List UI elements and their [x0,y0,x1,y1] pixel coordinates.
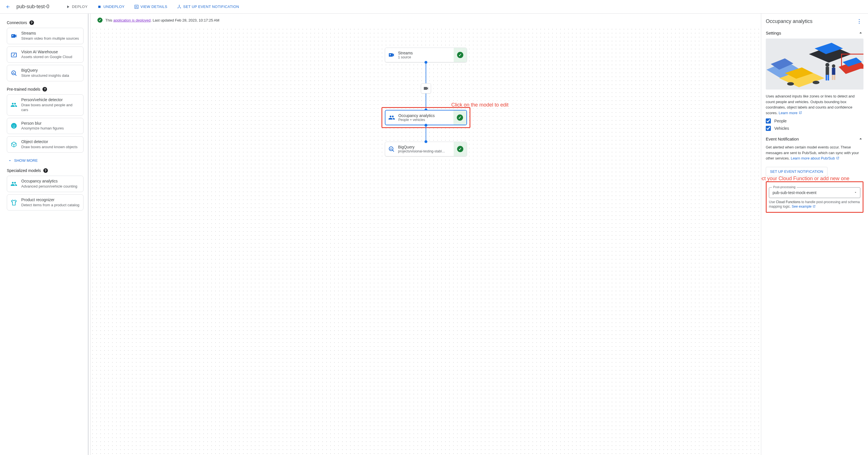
node-streams[interactable]: Streams 1 source ✓ [385,48,467,62]
svg-point-2 [179,5,180,6]
camera-icon [10,33,17,39]
external-link-icon [812,205,816,208]
connectors-heading: Connectors ? [7,21,84,25]
sidebar-item-object-detector[interactable]: Object detector Draw boxes around known … [7,136,84,153]
settings-description: Uses advanced inputs like zones or lines… [766,93,864,116]
svg-rect-31 [834,75,835,80]
svg-rect-26 [826,75,827,81]
svg-point-24 [826,63,830,67]
setup-event-notif-button[interactable]: SET UP EVENT NOTIFICATION [175,4,242,9]
chevron-up-icon [858,30,864,36]
node-occupancy[interactable]: Occupancy analytics People + vehicles ✓ [385,110,467,125]
status-ok-icon: ✓ [454,142,467,156]
external-link-icon [836,156,839,160]
show-more-button[interactable]: SHOW MORE [7,155,84,168]
pretrained-heading: Pre-trained models ? [7,87,84,92]
chevron-down-icon [8,159,12,163]
deployed-link[interactable]: application is deployed [113,18,151,22]
people-icon [10,180,17,187]
external-link-icon [799,111,802,115]
svg-rect-0 [98,6,100,8]
status-ok-icon: ✓ [454,48,467,62]
deploy-button[interactable]: DEPLOY [63,4,90,9]
camera-icon [385,52,398,58]
svg-point-23 [813,81,819,84]
left-sidebar: Connectors ? Streams Stream video from m… [0,13,91,455]
svg-rect-30 [832,75,833,80]
pipeline-canvas[interactable]: ✓ This application is deployed. Last upd… [91,13,761,455]
svg-point-9 [13,125,13,126]
dropdown-caret-icon [854,190,857,195]
right-panel: Occupancy analytics ⋮ Settings [761,13,868,455]
learn-pubsub-link[interactable]: Learn more about Pub/Sub [791,156,839,160]
annotation-label-2: Select your Cloud Function or add new on… [761,176,868,182]
chart-icon [134,4,139,9]
undeploy-button[interactable]: UNDEPLOY [95,4,127,9]
setup-event-notification-button[interactable]: SET UP EVENT NOTIFICATION [766,167,828,176]
people-checkbox[interactable]: People [766,118,864,124]
flow-edge [426,62,426,83]
pipeline-flow: Streams 1 source ✓ Occupancy analytic [385,48,467,156]
bigquery-icon [385,146,398,152]
nodes-icon [177,4,182,9]
deploy-status: ✓ This application is deployed. Last upd… [91,13,761,27]
stop-icon [97,4,102,9]
vehicles-checkbox[interactable]: Vehicles [766,126,864,131]
sidebar-item-bigquery[interactable]: BigQuery Store structured insights data [7,65,84,81]
warehouse-icon [10,51,17,58]
sidebar-item-streams[interactable]: Streams Stream video from multiple sourc… [7,28,84,44]
shirt-icon [10,199,17,206]
main-area: Connectors ? Streams Stream video from m… [0,13,868,455]
svg-point-28 [832,64,835,68]
check-circle-icon: ✓ [97,18,102,23]
sidebar-item-person-vehicle[interactable]: Person/vehicle detector Draw boxes aroun… [7,94,84,116]
view-details-button[interactable]: VIEW DETAILS [132,4,169,9]
sidebar-item-warehouse[interactable]: Vision AI Warehouse Assets stored on Goo… [7,47,84,63]
video-chip-icon[interactable] [421,83,431,93]
bigquery-icon [10,70,17,77]
svg-rect-25 [826,67,829,75]
vehicles-checkbox-input[interactable] [766,126,771,131]
sidebar-item-product-recognizer[interactable]: Product recognizer Detect items from a p… [7,194,84,211]
play-icon [66,4,70,9]
flow-edge [426,93,426,110]
see-example-link[interactable]: See example [792,205,816,209]
specialized-heading: Specialized models ? [7,168,84,173]
help-icon[interactable]: ? [29,21,34,25]
field-label: Post-processing [772,185,797,189]
app-title: pub-sub-test-0 [17,4,49,10]
svg-point-22 [787,82,794,86]
event-description: Get alerted when certain model events oc… [766,145,864,161]
face-icon [10,122,17,129]
flow-edge [426,125,426,142]
svg-rect-29 [832,68,835,75]
field-value: pub-sub-test-mock-event [773,190,816,195]
back-button[interactable] [4,3,11,10]
panel-title: Occupancy analytics [766,19,812,24]
occupancy-illustration [766,38,864,90]
help-icon[interactable]: ? [42,87,47,92]
sidebar-item-occupancy[interactable]: Occupancy analytics Advanced person/vehi… [7,176,84,192]
learn-more-link[interactable]: Learn more [779,111,802,115]
annotation-highlight-2: Post-processing pub-sub-test-mock-event … [766,181,864,213]
help-icon[interactable]: ? [43,168,48,173]
top-bar: pub-sub-test-0 DEPLOY UNDEPLOY VIEW DETA… [0,0,868,13]
people-icon [385,114,398,121]
more-menu-button[interactable]: ⋮ [855,18,864,24]
sidebar-item-person-blur[interactable]: Person blur Anonymize human figures [7,118,84,134]
people-icon [10,101,17,108]
chevron-up-icon [858,136,864,142]
svg-point-8 [11,123,17,129]
arrow-left-icon [6,4,10,9]
svg-point-10 [14,125,15,126]
cube-icon [10,141,17,148]
post-processing-hint: Use Cloud Functions to handle post-proce… [769,200,860,209]
svg-rect-27 [828,75,829,81]
event-section-toggle[interactable]: Event Notification [766,133,864,145]
post-processing-select[interactable]: Post-processing pub-sub-test-mock-event [769,187,860,198]
settings-section-toggle[interactable]: Settings [766,27,864,38]
node-bigquery[interactable]: BigQuery projects/visionai-testing-stabl… [385,142,467,156]
people-checkbox-input[interactable] [766,118,771,124]
status-ok-icon: ✓ [454,111,466,125]
